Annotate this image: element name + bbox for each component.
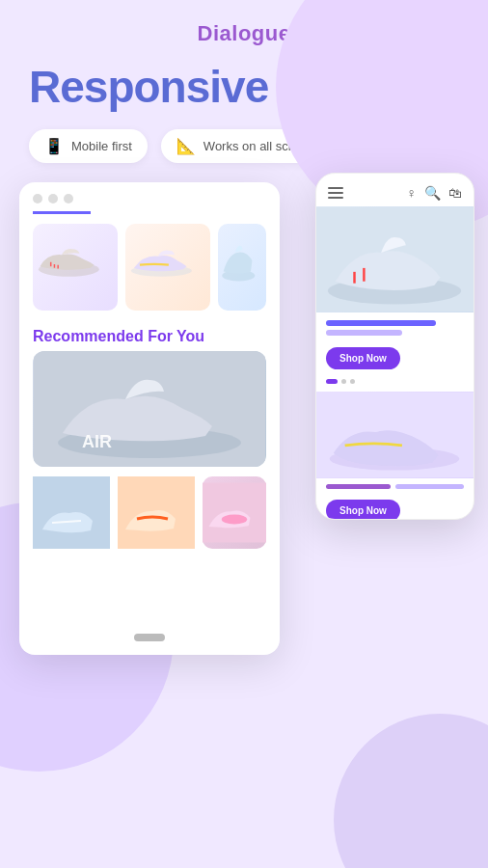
dot-1: [341, 379, 346, 384]
dot-2: [48, 194, 58, 203]
dot-3: [64, 194, 73, 203]
hamburger-icon: [328, 187, 343, 199]
bottom-shoe-2: [118, 476, 195, 549]
desktop-mockup: Recommended For You AIR: [19, 182, 280, 655]
mobile-hero-svg: [316, 206, 474, 312]
desktop-nav-line: [33, 211, 91, 214]
purple-line-1: [326, 484, 391, 489]
bottom-shoe-3-svg: [203, 476, 266, 549]
shoe-img-3-svg: [218, 224, 259, 298]
hamburger-line-1: [328, 187, 343, 189]
purple-line-2: [395, 484, 465, 489]
svg-text:AIR: AIR: [82, 432, 112, 451]
mobile-text-lines: [326, 484, 464, 489]
product-card-3: [218, 224, 266, 311]
shoe-img-1-svg: [33, 224, 105, 298]
dot-1: [33, 194, 42, 203]
hamburger-line-2: [328, 192, 343, 194]
mobile-shoe-2-svg: [316, 392, 474, 478]
svg-rect-9: [33, 476, 110, 549]
mobile-content: Shop Now: [316, 312, 474, 392]
recommended-label: Recommended For You: [19, 320, 280, 351]
cart-icon: 🛍: [448, 185, 462, 201]
desktop-bottom-row: [19, 467, 280, 549]
mobile-topbar: ♀ 🔍 🛍: [316, 174, 474, 206]
mobile-mockup: ♀ 🔍 🛍 Shop Now: [315, 173, 474, 520]
shoe-img-2-svg: [125, 224, 198, 298]
search-icon: 🔍: [424, 185, 441, 201]
mobile-shoe-2: [316, 392, 474, 478]
featured-shoe: AIR: [33, 351, 266, 467]
mobile-section-2: Shop Now: [316, 478, 474, 520]
shop-now-button-1[interactable]: Shop Now: [326, 347, 400, 369]
dot-2: [350, 379, 355, 384]
bottom-shoe-1-svg: [33, 476, 110, 549]
desktop-page-indicator: [134, 634, 165, 641]
product-card-1: [33, 224, 118, 311]
ruler-icon: 📐: [176, 137, 196, 155]
mobile-shoe-hero: [316, 206, 474, 312]
desktop-product-row: [19, 224, 280, 320]
bottom-shoe-2-svg: [118, 476, 195, 549]
person-icon: ♀: [407, 185, 418, 201]
product-card-2: [125, 224, 210, 311]
shop-now-button-2[interactable]: Shop Now: [326, 500, 400, 520]
mobile-icon: 📱: [44, 137, 64, 155]
desktop-topbar: [19, 182, 280, 211]
mobile-text-1: [326, 320, 436, 326]
svg-point-13: [222, 515, 247, 525]
dot-active: [326, 379, 338, 384]
header: Dialogue: [198, 0, 291, 46]
hamburger-line-3: [328, 197, 343, 199]
mobile-dots-1: [326, 379, 464, 384]
bottom-shoe-1: [33, 476, 110, 549]
mobile-text-2: [326, 330, 402, 336]
mockup-area: Recommended For You AIR: [0, 173, 488, 868]
mobile-top-icons: ♀ 🔍 🛍: [407, 185, 463, 201]
bottom-shoe-3: [203, 476, 266, 549]
featured-shoe-svg: AIR: [33, 351, 266, 467]
logo: Dialogue: [198, 21, 291, 45]
feature-label-mobile: Mobile first: [71, 139, 132, 153]
feature-pill-mobile: 📱 Mobile first: [29, 129, 148, 163]
